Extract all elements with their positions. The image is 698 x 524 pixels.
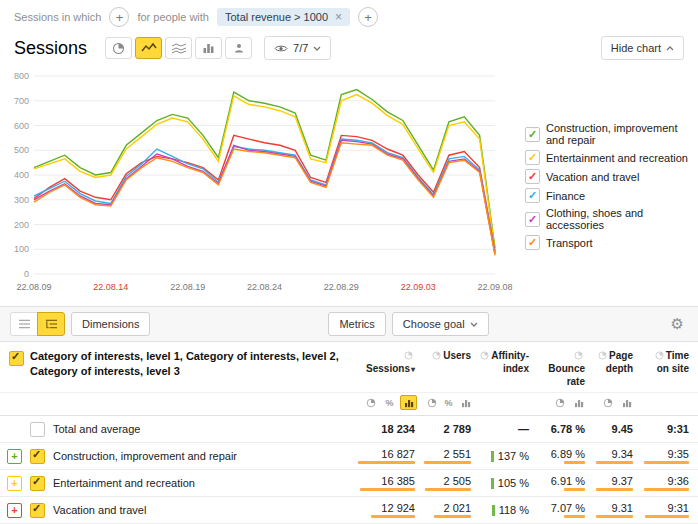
expand-row-button[interactable]: + xyxy=(7,449,22,464)
column-label: Page depth xyxy=(606,350,633,374)
metric-value: 105 % xyxy=(480,477,538,489)
value-bar xyxy=(358,461,415,464)
affinity-bar xyxy=(491,478,494,489)
column-header-bounce-rate[interactable]: Bounce rate xyxy=(538,349,594,388)
chevron-down-icon xyxy=(313,46,321,51)
legend-item[interactable]: ✓Clothing, shoes and accessories xyxy=(525,207,690,231)
series-count-label: 7/7 xyxy=(293,42,308,54)
expand-row-button[interactable]: + xyxy=(7,503,22,518)
display-toggles-bounce-rate xyxy=(538,395,594,410)
legend-item[interactable]: ✓Vacation and travel xyxy=(525,169,690,184)
column-header-affinity-index[interactable]: Affinity-index xyxy=(480,349,538,375)
legend-checkbox-icon[interactable]: ✓ xyxy=(525,188,540,203)
svg-text:22.08.24: 22.08.24 xyxy=(247,282,282,292)
metric-help-icon xyxy=(480,351,489,360)
series-visibility-button[interactable]: 7/7 xyxy=(264,36,331,60)
row-checkbox[interactable] xyxy=(30,503,45,518)
legend-item[interactable]: ✓Transport xyxy=(525,235,690,250)
metric-help-icon xyxy=(598,351,607,360)
remove-tag-icon[interactable]: × xyxy=(335,11,342,23)
metric-value: 9.37 xyxy=(594,475,642,491)
add-people-condition-button[interactable]: + xyxy=(358,7,378,27)
metric-value: 16 385 xyxy=(358,475,424,491)
value-bar xyxy=(360,488,415,491)
segment-tag[interactable]: Total revenue > 1000 × xyxy=(217,8,350,26)
chart-legend: ✓Construction, improvement and repair✓En… xyxy=(509,66,690,298)
pie-chart-type-button[interactable] xyxy=(105,37,132,59)
metric-help-icon xyxy=(574,351,583,360)
legend-item[interactable]: ✓Construction, improvement and repair xyxy=(525,122,690,146)
legend-label: Construction, improvement and repair xyxy=(546,122,690,146)
choose-goal-label: Choose goal xyxy=(403,318,465,330)
tree-view-icon xyxy=(45,319,58,329)
percent-display-toggle[interactable]: % xyxy=(441,395,456,410)
affinity-bar xyxy=(491,451,494,462)
chevron-down-icon xyxy=(470,322,478,327)
add-session-condition-button[interactable]: + xyxy=(109,7,129,27)
table-row[interactable]: + Vacation and travel12 9242 021118 %7.0… xyxy=(0,497,698,524)
percent-display-toggle[interactable]: % xyxy=(381,395,398,410)
metrics-button[interactable]: Metrics xyxy=(328,312,385,336)
column-chart-type-button[interactable] xyxy=(195,37,222,59)
affinity-bar xyxy=(492,505,495,516)
view-switcher xyxy=(10,312,65,336)
page-title: Sessions xyxy=(14,38,87,59)
bars-display-toggle[interactable] xyxy=(400,395,417,410)
hide-chart-button[interactable]: Hide chart xyxy=(601,36,684,60)
svg-text:700: 700 xyxy=(14,96,29,106)
table-row[interactable]: + Entertainment and recreation16 3852 50… xyxy=(0,470,698,497)
table-row-total[interactable]: Total and average 18 2342 789—6.78 %9.45… xyxy=(0,416,698,443)
value-bar xyxy=(371,515,415,518)
chevron-up-icon xyxy=(666,46,674,51)
svg-text:22.08.14: 22.08.14 xyxy=(93,282,128,292)
column-header-page-depth[interactable]: Page depth xyxy=(594,349,642,375)
column-header-sessions[interactable]: Sessions▾ xyxy=(358,349,424,375)
bars-display-toggle[interactable] xyxy=(458,395,473,410)
row-checkbox[interactable] xyxy=(30,476,45,491)
tree-view-button[interactable] xyxy=(37,312,65,336)
hide-chart-label: Hide chart xyxy=(611,42,661,54)
legend-checkbox-icon[interactable]: ✓ xyxy=(525,169,540,184)
audience-chart-type-button[interactable] xyxy=(225,37,252,59)
list-view-button[interactable] xyxy=(10,312,38,336)
chart-type-switcher xyxy=(105,37,252,59)
legend-checkbox-icon[interactable]: ✓ xyxy=(525,235,540,250)
row-checkbox[interactable] xyxy=(30,422,45,437)
line-chart-type-button[interactable] xyxy=(135,37,162,59)
chart-header: Sessions 7/7 Hide chart xyxy=(0,32,698,66)
table-settings-button[interactable]: ⚙ xyxy=(667,315,688,333)
metric-value: 9.45 xyxy=(594,423,642,435)
legend-checkbox-icon[interactable]: ✓ xyxy=(525,127,540,142)
dimensions-button[interactable]: Dimensions xyxy=(71,312,150,336)
metric-value: 16 827 xyxy=(358,448,424,464)
legend-item[interactable]: ✓Entertainment and recreation xyxy=(525,150,690,165)
choose-goal-button[interactable]: Choose goal xyxy=(392,312,489,336)
legend-checkbox-icon[interactable]: ✓ xyxy=(525,212,540,227)
bars-display-toggle[interactable] xyxy=(618,395,635,410)
pie-display-toggle[interactable] xyxy=(424,395,439,410)
pie-display-toggle[interactable] xyxy=(599,395,616,410)
expand-row-button[interactable]: + xyxy=(7,476,22,491)
value-bar xyxy=(596,515,633,518)
legend-checkbox-icon[interactable]: ✓ xyxy=(525,150,540,165)
for-people-with-label: for people with xyxy=(137,11,209,23)
select-all-checkbox[interactable] xyxy=(9,351,24,366)
stacked-chart-type-button[interactable] xyxy=(165,37,192,59)
column-header-users[interactable]: Users xyxy=(424,349,480,362)
legend-item[interactable]: ✓Finance xyxy=(525,188,690,203)
bars-display-toggle[interactable] xyxy=(570,395,587,410)
pie-display-toggle[interactable] xyxy=(551,395,568,410)
sessions-chart[interactable]: 010020030040050060070080022.08.0922.08.1… xyxy=(4,66,509,298)
row-checkbox[interactable] xyxy=(30,449,45,464)
metric-value: 118 % xyxy=(480,504,538,516)
stacked-chart-icon xyxy=(171,42,187,54)
value-bar xyxy=(644,488,689,491)
metric-value: — xyxy=(480,423,538,435)
pie-display-toggle[interactable] xyxy=(362,395,379,410)
table-row[interactable]: + Construction, improvement and repair16… xyxy=(0,443,698,470)
svg-text:22.09.08: 22.09.08 xyxy=(477,282,512,292)
metric-value: 12 924 xyxy=(358,502,424,518)
metric-value: 6.91 % xyxy=(538,475,594,491)
row-label: Vacation and travel xyxy=(53,504,146,516)
column-header-time-on-site[interactable]: Time on site xyxy=(642,349,698,375)
